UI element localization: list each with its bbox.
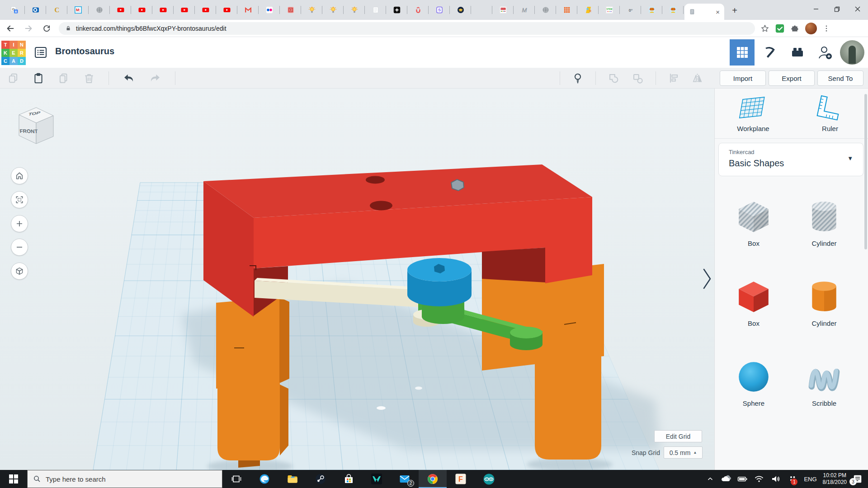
paste-icon[interactable] <box>33 72 44 84</box>
brick-export-button[interactable] <box>785 39 810 66</box>
taskbar-app-edge[interactable] <box>250 470 278 488</box>
taskbar-app-chrome[interactable] <box>419 470 447 488</box>
browser-tab-bulb[interactable] <box>301 0 322 20</box>
panel-scrollbar[interactable] <box>864 94 867 249</box>
taskbar-app-ms-store[interactable] <box>335 470 363 488</box>
browser-tab-c-gold[interactable]: C <box>46 0 67 20</box>
browser-tab-udemy[interactable] <box>407 0 429 20</box>
tray-onedrive-cloud-icon[interactable] <box>720 474 731 484</box>
shape-scribble[interactable]: Scribble <box>797 357 851 407</box>
browser-tab-robot[interactable] <box>662 0 684 20</box>
ungroup-icon[interactable] <box>632 72 644 84</box>
browser-tab-dots-orange[interactable] <box>556 0 577 20</box>
copy-icon[interactable] <box>7 72 19 84</box>
blocks-view-button[interactable] <box>730 39 755 66</box>
shape-library-dropdown[interactable]: Tinkercad Basic Shapes ▼ <box>718 143 863 176</box>
extensions-puzzle-icon[interactable] <box>790 23 800 33</box>
browser-tab-bricks4kidz[interactable]: bricks <box>492 0 514 20</box>
view-cube[interactable]: TOP FRONT <box>11 100 61 155</box>
shape-red-box[interactable]: Box <box>726 277 781 327</box>
browser-tab-youtube[interactable] <box>131 0 152 20</box>
browser-tab-zero-deg[interactable]: 0° <box>620 0 641 20</box>
taskbar-clock[interactable]: 10:02 PM 8/18/2020 <box>823 472 847 486</box>
model-blue-cylinder[interactable] <box>407 258 472 306</box>
workplane-tool[interactable]: Workplane <box>722 95 785 132</box>
show-hidden-bulb-icon[interactable] <box>572 72 584 84</box>
edit-grid-button[interactable]: Edit Grid <box>654 430 702 442</box>
home-view-button[interactable] <box>11 167 28 184</box>
browser-tab-blank[interactable] <box>471 0 492 20</box>
minecraft-export-button[interactable] <box>757 39 782 66</box>
taskbar-app-fusion-360[interactable]: F <box>447 470 475 488</box>
action-center-icon[interactable]: 3 <box>853 474 863 484</box>
design-title[interactable]: Brontosaurus <box>55 46 114 56</box>
perspective-toggle-button[interactable] <box>11 263 28 280</box>
minimize-button[interactable] <box>806 0 826 18</box>
taskbar-app-steam[interactable] <box>307 470 335 488</box>
browser-tab-youtube[interactable] <box>152 0 174 20</box>
bookmark-star-icon[interactable] <box>760 24 769 33</box>
active-tab-tinkercad[interactable]: × <box>684 4 724 20</box>
browser-tab-bulb[interactable] <box>322 0 344 20</box>
redo-icon[interactable] <box>149 72 161 84</box>
shape-orange-cylinder[interactable]: Cylinder <box>797 277 851 327</box>
maximize-button[interactable] <box>826 0 847 18</box>
ruler-tool[interactable]: Ruler <box>798 95 862 132</box>
new-tab-button[interactable]: + <box>728 4 741 17</box>
browser-tab-grad-cap[interactable] <box>450 0 471 20</box>
browser-tab-m-metal[interactable]: M <box>514 0 535 20</box>
browser-tab-youtube[interactable] <box>195 0 216 20</box>
group-icon[interactable] <box>608 72 620 84</box>
browser-tab-faded-doc[interactable] <box>365 0 386 20</box>
send-to-button[interactable]: Send To <box>817 70 863 86</box>
browser-tab-youtube[interactable] <box>174 0 195 20</box>
design-menu-icon[interactable] <box>34 46 47 59</box>
export-button[interactable]: Export <box>769 70 815 86</box>
browser-tab-google-translate[interactable]: GA <box>4 0 25 20</box>
taskbar-search-input[interactable]: Type here to search <box>27 470 222 488</box>
close-tab-icon[interactable]: × <box>716 9 720 15</box>
undo-icon[interactable] <box>123 72 135 84</box>
browser-tab-red-app[interactable] <box>280 0 301 20</box>
taskbar-app-task-view[interactable] <box>222 470 250 488</box>
browser-tab-robot[interactable] <box>641 0 662 20</box>
browser-profile-avatar[interactable] <box>805 23 817 34</box>
user-avatar[interactable] <box>840 40 864 65</box>
language-indicator[interactable]: ENG <box>804 476 816 483</box>
browser-tab-stem[interactable]: STEM <box>599 0 620 20</box>
url-field[interactable]: tinkercad.com/things/b6BfwcXqxPY-brontos… <box>59 22 755 35</box>
fit-view-button[interactable] <box>11 191 28 208</box>
browser-tab-r-yellow[interactable]: R <box>577 0 599 20</box>
browser-tab-m-colon[interactable]: M: <box>67 0 89 20</box>
tray-people-icon[interactable]: 1 <box>787 474 798 484</box>
taskbar-app-mail[interactable]: 2 <box>391 470 419 488</box>
snap-grid-dropdown[interactable]: 0.5 mm ▲ <box>664 446 703 459</box>
share-button[interactable] <box>812 39 837 66</box>
browser-tab-adafruit[interactable] <box>386 0 407 20</box>
browser-tab-outlook[interactable] <box>25 0 46 20</box>
tinkercad-logo[interactable]: TINKERCAD <box>1 41 26 65</box>
delete-icon[interactable] <box>83 72 95 84</box>
extension-check-icon[interactable] <box>775 23 785 33</box>
browser-menu-icon[interactable] <box>822 24 830 33</box>
tray-chevron-up-icon[interactable] <box>706 475 714 483</box>
back-icon[interactable] <box>3 21 18 36</box>
forward-icon[interactable] <box>21 21 36 36</box>
taskbar-app-file-explorer[interactable] <box>278 470 307 488</box>
browser-tab-gmail[interactable] <box>237 0 259 20</box>
start-button[interactable] <box>0 470 27 488</box>
browser-tab-youtube[interactable] <box>110 0 131 20</box>
zoom-in-button[interactable] <box>11 215 28 232</box>
duplicate-icon[interactable] <box>58 72 70 84</box>
lock-icon[interactable] <box>65 25 71 32</box>
shape-striped-cylinder[interactable]: Cylinder <box>797 197 851 247</box>
zoom-out-button[interactable] <box>11 239 28 256</box>
tray-volume-icon[interactable] <box>770 474 781 484</box>
shape-striped-box[interactable]: Box <box>726 197 781 247</box>
taskbar-app-predator[interactable] <box>363 470 391 488</box>
browser-tab-bulb[interactable] <box>344 0 365 20</box>
browser-tab-flickr[interactable] <box>259 0 280 20</box>
3d-canvas[interactable]: TOP FRONT Edit Grid Snap Grid 0.5 mm ▲ <box>0 89 714 470</box>
import-button[interactable]: Import <box>720 70 766 86</box>
align-icon[interactable] <box>668 72 679 84</box>
